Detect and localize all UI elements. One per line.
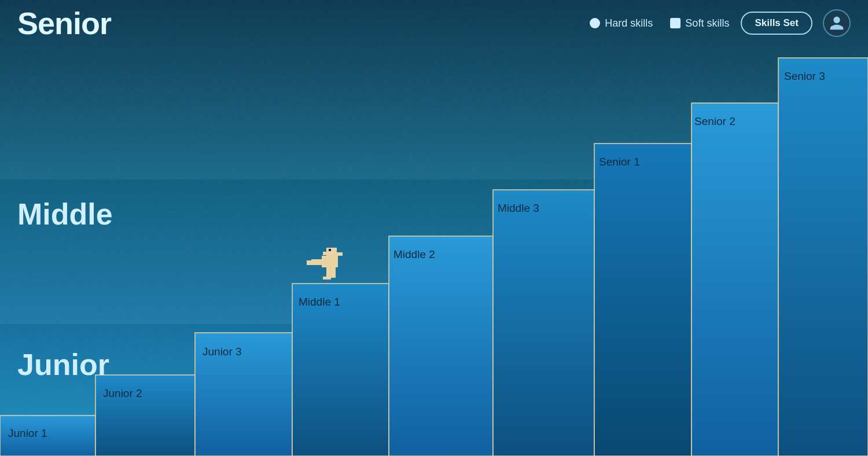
page-title: Senior <box>17 5 111 41</box>
hard-skills-label: Hard skills <box>605 17 653 30</box>
svg-text:Middle 1: Middle 1 <box>299 296 340 308</box>
svg-rect-7 <box>692 103 778 456</box>
soft-skills-label: Soft skills <box>685 17 729 30</box>
junior-level-label: Junior <box>17 347 109 382</box>
hard-skills-legend: Hard skills <box>590 17 653 30</box>
svg-rect-4 <box>389 236 493 456</box>
soft-skills-square <box>670 18 681 28</box>
soft-skills-legend: Soft skills <box>670 17 729 30</box>
staircase: Junior 1 Junior 2 Junior 3 Middle 1 Midd… <box>0 0 868 456</box>
svg-rect-21 <box>311 259 322 265</box>
svg-rect-3 <box>292 284 389 456</box>
svg-text:Senior 2: Senior 2 <box>694 115 735 127</box>
user-icon[interactable] <box>823 9 851 37</box>
legend: Hard skills Soft skills <box>590 17 729 30</box>
svg-rect-5 <box>493 190 594 456</box>
svg-text:Junior 2: Junior 2 <box>103 387 142 399</box>
svg-rect-28 <box>337 252 343 256</box>
header: Senior Hard skills Soft skills Skills Se… <box>0 0 868 46</box>
svg-rect-20 <box>322 256 338 267</box>
svg-rect-8 <box>778 58 868 456</box>
middle-level-label: Middle <box>17 197 113 231</box>
svg-text:Junior 1: Junior 1 <box>8 427 47 439</box>
svg-rect-22 <box>307 260 312 265</box>
svg-rect-6 <box>594 144 692 456</box>
svg-text:Middle 3: Middle 3 <box>498 202 539 214</box>
svg-rect-19 <box>323 252 328 255</box>
svg-rect-18 <box>326 248 337 256</box>
svg-rect-27 <box>329 249 331 251</box>
svg-text:Junior 3: Junior 3 <box>203 345 242 358</box>
svg-rect-26 <box>328 275 336 278</box>
hard-skills-dot <box>590 18 600 28</box>
svg-text:Middle 2: Middle 2 <box>393 248 435 260</box>
svg-rect-25 <box>331 267 336 276</box>
svg-text:Senior 3: Senior 3 <box>784 70 825 82</box>
svg-text:Senior 1: Senior 1 <box>599 156 640 168</box>
skills-set-button[interactable]: Skills Set <box>741 12 812 35</box>
